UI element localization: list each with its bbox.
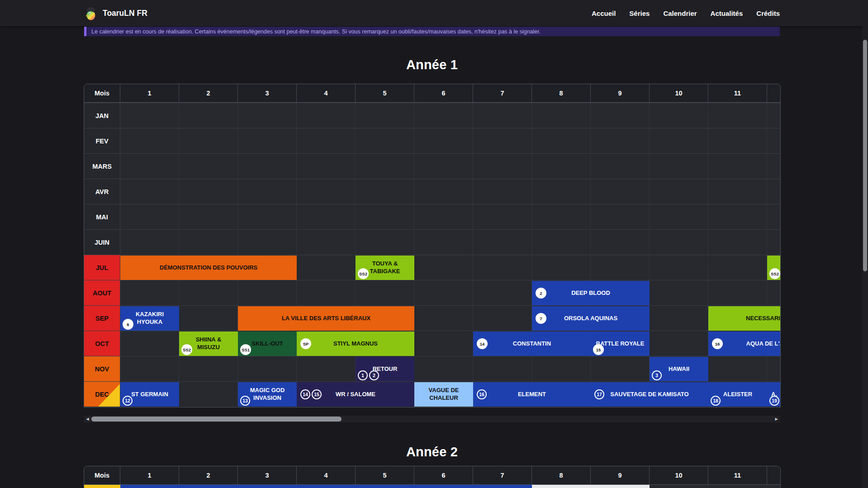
badge-ss2: SS2: [181, 344, 192, 355]
vertical-scrollbar[interactable]: [862, 0, 868, 488]
event-constantin[interactable]: CONSTANTIN14: [473, 332, 591, 356]
day-cell: [179, 103, 238, 128]
event-label: ORSOLA AQUINAS: [532, 306, 650, 331]
day-cell: [414, 179, 473, 204]
event-deep-blood[interactable]: DEEP BLOOD2: [532, 281, 650, 305]
year2-month-cell-partial: [84, 485, 120, 488]
day-cell: [179, 306, 238, 331]
badge-6: 6: [123, 319, 133, 330]
event-orsola-aquinas[interactable]: ORSOLA AQUINAS7: [532, 306, 650, 331]
site-brand[interactable]: ToaruLN FR: [84, 6, 147, 20]
header-mois: Mois: [84, 466, 120, 484]
badge-1: 1: [358, 370, 368, 380]
event-wr-salome[interactable]: WR / SALOME1415: [297, 382, 414, 407]
event-sauvetage-de-kamisato[interactable]: SAUVETAGE DE KAMISATO17: [591, 382, 708, 407]
day-cell: [238, 230, 297, 255]
navbar-inner: ToaruLN FR AccueilSériesCalendrierActual…: [84, 0, 780, 26]
header-col-4: 4: [297, 84, 356, 102]
day-cell: [238, 179, 297, 204]
scroll-right-arrow-icon[interactable]: ▶: [773, 416, 780, 422]
badge-13: 13: [240, 396, 250, 406]
day-cell: [238, 103, 297, 128]
horizontal-scrollbar-thumb[interactable]: [91, 417, 342, 422]
month-row-mai: MAI: [84, 204, 781, 229]
event-kazakiri-hyouka[interactable]: KAZAKIRI HYOUKA6: [120, 306, 179, 331]
event-la-ville-des-arts-libe-raux[interactable]: LA VILLE DES ARTS LIBÉRAUX: [238, 306, 414, 331]
event-touya-tabigake[interactable]: TOUYA & TABIGAKESS2: [356, 256, 414, 280]
year2-title: Année 2: [84, 445, 780, 460]
day-cell: [414, 204, 473, 229]
event-label: CONSTANTIN: [473, 332, 591, 356]
header-col-6: 6: [414, 84, 473, 102]
event-shiina-misuzu[interactable]: SHIINA & MISUZUSS2: [179, 332, 238, 356]
event-element[interactable]: ELEMENT16: [473, 382, 591, 407]
header-col-3: 3: [238, 84, 297, 102]
day-cell: [238, 356, 297, 381]
day-cell: [591, 128, 650, 153]
month-row-avr: AVR: [84, 179, 781, 204]
event-skill-out[interactable]: SKILL-OUTSS1: [238, 332, 297, 356]
nav-link-credits[interactable]: Crédits: [756, 9, 780, 17]
event-hawaii[interactable]: HAWAII3: [650, 357, 708, 381]
event-badges: 17: [594, 389, 604, 399]
event-aleister[interactable]: ALEISTER18: [708, 382, 767, 407]
year1-calendar: Mois1234567891011JANFEVMARSAVRMAIJUINJUL…: [84, 84, 781, 407]
horizontal-scrollbar[interactable]: ◀ ▶: [84, 416, 780, 422]
event-aqua-de-l-ar[interactable]: AQUA DE L'AR16: [708, 332, 781, 356]
nav-link-accueil[interactable]: Accueil: [592, 9, 616, 17]
event-badges: 18: [711, 396, 721, 406]
event-badges: 6: [123, 319, 133, 330]
event-badges: SS1: [240, 344, 251, 355]
navbar: ToaruLN FR AccueilSériesCalendrierActual…: [0, 0, 868, 26]
nav-link-series[interactable]: Séries: [629, 9, 650, 17]
nav-link-calendrier[interactable]: Calendrier: [663, 9, 697, 17]
event-de-monstration-des-pouvoirs[interactable]: DÉMONSTRATION DES POUVOIRS: [120, 256, 297, 280]
event-retour[interactable]: RETOUR12: [356, 357, 414, 381]
day-cell: [708, 230, 767, 255]
day-cell: [473, 356, 532, 381]
scroll-left-arrow-icon[interactable]: ◀: [84, 416, 91, 422]
day-cell: [120, 280, 179, 305]
month-row-nov: NOVRETOUR12HAWAII3: [84, 356, 781, 381]
nav-link-actualites[interactable]: Actualités: [711, 9, 743, 17]
day-cell: [297, 154, 356, 179]
month-row-sep: SEPKAZAKIRI HYOUKA6LA VILLE DES ARTS LIB…: [84, 305, 781, 331]
header-col-9: 9: [591, 466, 650, 484]
event-unlabeled[interactable]: SS2: [767, 256, 781, 280]
day-cell: [591, 204, 650, 229]
day-cell: [356, 230, 414, 255]
vertical-scrollbar-thumb[interactable]: [863, 40, 867, 271]
day-cell: [708, 154, 767, 179]
event-necessarius[interactable]: NECESSARIUS: [708, 306, 781, 331]
event-magic-god-invasion[interactable]: MAGIC GOD INVASION13: [238, 382, 297, 407]
day-cell: [591, 230, 650, 255]
day-cell: [767, 356, 781, 381]
badge-18: 18: [711, 396, 721, 406]
year2-event-partial[interactable]: [120, 485, 532, 488]
event-stiyl-magnus[interactable]: STIYL MAGNUSSP: [297, 332, 414, 356]
day-cell: [356, 154, 414, 179]
day-cell: [120, 331, 179, 356]
year1-title: Année 1: [84, 57, 780, 72]
day-cell: [767, 103, 781, 128]
day-cell: [238, 280, 297, 305]
day-cell: [650, 154, 708, 179]
day-cell: [356, 204, 414, 229]
event-vague-de-chaleur[interactable]: VAGUE DE CHALEUR: [414, 382, 473, 407]
day-cell: [179, 382, 238, 407]
year2-event-partial[interactable]: [532, 485, 650, 488]
badge-ss2: SS2: [769, 268, 780, 279]
event-st-germain[interactable]: ST GERMAIN12: [120, 382, 179, 407]
page: ToaruLN FR AccueilSériesCalendrierActual…: [0, 0, 868, 488]
day-cell: [120, 154, 179, 179]
day-cell: [120, 179, 179, 204]
event-battle-royale[interactable]: BATTLE ROYALE15: [591, 332, 650, 356]
day-cell: [414, 306, 473, 331]
day-cell: [650, 179, 708, 204]
nav-links: AccueilSériesCalendrierActualitésCrédits: [592, 9, 780, 17]
day-cell: [473, 103, 532, 128]
month-row-juin: JUIN: [84, 229, 781, 255]
event-a[interactable]: A.19: [767, 382, 781, 407]
badge-17: 17: [594, 389, 604, 399]
year2-first-row-partial: [84, 485, 781, 488]
